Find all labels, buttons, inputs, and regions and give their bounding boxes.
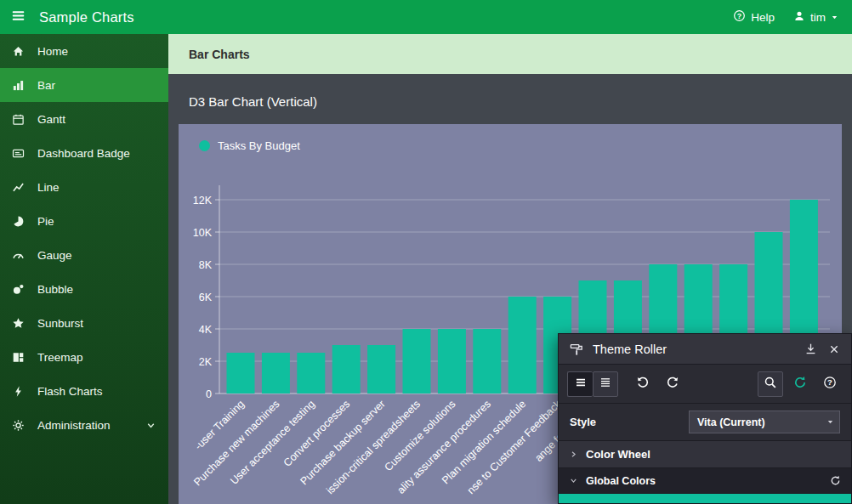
view-detailed-button[interactable] [593,371,618,397]
sidebar-item-gauge[interactable]: Gauge [0,238,168,272]
sidebar-item-label: Home [37,45,68,58]
pie-icon [12,214,26,228]
user-menu[interactable]: tim [793,10,838,25]
bar-8[interactable] [508,297,537,394]
topbar-right: ? Help tim [733,9,852,25]
sidebar-item-label: Line [37,181,60,194]
gear-icon [12,418,26,432]
list-compact-icon [574,376,588,393]
sidebar-item-administration[interactable]: Administration [0,408,168,442]
y-tick-label: 4K [199,324,213,336]
y-tick-label: 2K [199,356,213,368]
user-name: tim [810,11,826,24]
sidebar-item-label: Bar [37,79,55,92]
chart-legend[interactable]: Tasks By Budget [199,139,300,152]
y-tick-label: 10K [193,227,213,239]
treemap-icon [12,350,26,364]
x-axis-label: Convert processes [281,398,353,469]
refresh-icon [793,376,807,393]
bar-7[interactable] [473,329,501,394]
bar-0[interactable] [227,353,255,394]
sidebar-item-label: Pie [37,215,54,228]
reset-colors-button[interactable] [830,475,841,486]
y-tick-label: 8K [199,259,213,271]
gauge-icon [12,248,26,262]
legend-label: Tasks By Budget [218,139,300,152]
export-theme-button[interactable] [803,341,819,357]
search-button[interactable] [758,371,783,397]
bar-5[interactable] [403,329,431,394]
flash-icon [12,384,26,398]
help-circle-icon: ? [823,376,837,393]
menu-toggle-button[interactable] [0,0,36,34]
y-tick-label: 12K [193,195,213,207]
help-button[interactable]: ? Help [733,9,775,25]
undo-icon [636,376,650,393]
view-compact-button[interactable] [567,371,593,397]
user-icon [793,10,805,25]
style-select-value: Vita (Current) [690,416,821,428]
sidebar-item-label: Flash Charts [37,385,103,398]
top-bar: Sample Charts ? Help tim [0,0,852,34]
style-label: Style [570,416,596,428]
chevron-down-icon [569,476,578,485]
sidebar-item-label: Sunburst [37,317,83,330]
section-color-wheel[interactable]: Color Wheel [559,441,851,468]
sidebar-item-treemap[interactable]: Treemap [0,340,168,374]
app-title: Sample Charts [39,9,134,25]
sidebar-item-bar[interactable]: Bar [0,68,168,102]
bar-1[interactable] [262,353,290,394]
redo-icon [666,376,679,393]
caret-down-icon [821,418,839,426]
sidebar-item-label: Treemap [37,351,83,364]
theme-roller-header: Theme Roller [559,334,851,365]
bar-6[interactable] [438,329,466,394]
sidebar-item-label: Gauge [37,249,72,262]
close-button[interactable] [826,342,842,357]
gantt-icon [12,112,26,126]
bar-3[interactable] [332,345,361,394]
sidebar-item-pie[interactable]: Pie [0,204,168,238]
help-label: Help [751,11,775,24]
theme-roller-title: Theme Roller [593,343,795,356]
redo-button[interactable] [660,371,685,397]
sidebar-item-gantt[interactable]: Gantt [0,102,168,136]
breadcrumb-title: Bar Charts [189,48,250,61]
home-icon [12,44,26,58]
bar-icon [12,78,26,92]
sidebar-item-home[interactable]: Home [0,34,168,68]
sidebar-item-label: Dashboard Badge [37,147,130,160]
sidebar-item-line[interactable]: Line [0,170,168,204]
chevron-down-icon [145,420,156,431]
sunburst-icon [12,316,26,330]
help-icon: ? [733,9,746,25]
undo-button[interactable] [630,371,656,397]
svg-text:?: ? [827,377,832,387]
theme-roller-panel: Theme Roller ? Style Vita (Current) Colo… [558,333,852,504]
y-tick-label: 0 [206,388,212,400]
color-swatch-strip[interactable] [559,494,851,503]
help-button[interactable]: ? [817,371,843,397]
bar-2[interactable] [297,353,325,394]
sidebar-nav: HomeBarGanttDashboard BadgeLinePieGaugeB… [0,34,168,504]
section-label: Global Colors [586,475,656,487]
paint-roller-icon [568,341,585,358]
section-global-colors[interactable]: Global Colors [559,468,851,494]
page-title: D3 Bar Chart (Vertical) [189,94,317,109]
y-tick-label: 6K [199,292,213,303]
sidebar-item-sunburst[interactable]: Sunburst [0,306,168,340]
sidebar-item-flash-charts[interactable]: Flash Charts [0,374,168,408]
line-icon [12,180,26,194]
sidebar-item-dashboard-badge[interactable]: Dashboard Badge [0,136,168,170]
chevron-right-icon [569,450,578,459]
bubble-icon [12,282,26,296]
style-select[interactable]: Vita (Current) [689,411,840,433]
search-icon [764,376,777,393]
refresh-button[interactable] [787,371,813,397]
sidebar-item-bubble[interactable]: Bubble [0,272,168,306]
style-row: Style Vita (Current) [559,404,851,441]
bar-4[interactable] [367,345,395,394]
theme-roller-toolbar: ? [559,365,851,404]
legend-marker-icon [199,140,210,151]
breadcrumb: Bar Charts [168,34,852,74]
